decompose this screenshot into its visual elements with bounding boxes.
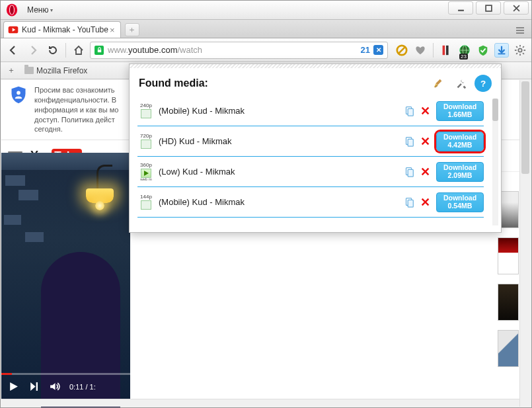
- media-row: 720p(HD) Kud - Mikmak✕Download4.42MB: [137, 126, 484, 157]
- svg-rect-10: [97, 50, 100, 52]
- quality-label: 240p: [137, 103, 155, 108]
- thumb-item[interactable]: [498, 330, 519, 367]
- window-maximize-button[interactable]: [476, 1, 501, 15]
- popup-scrollbar[interactable]: [492, 99, 498, 225]
- home-button[interactable]: [70, 42, 87, 59]
- copy-icon[interactable]: [403, 136, 415, 147]
- remove-icon[interactable]: ✕: [419, 104, 431, 118]
- media-title: (HD) Kud - Mikmak: [159, 136, 232, 146]
- next-icon[interactable]: [28, 381, 40, 393]
- lock-icon: [95, 46, 104, 55]
- tools-icon[interactable]: [452, 75, 469, 92]
- svg-point-29: [17, 91, 20, 95]
- new-tab-button[interactable]: ＋: [125, 23, 139, 36]
- globe-ext-icon[interactable]: 23: [457, 43, 472, 58]
- nav-toolbar: www.youtube.com/watch 21 ✕ 23: [1, 38, 531, 62]
- quality-badge: 240p: [137, 103, 155, 118]
- play-icon[interactable]: [8, 381, 19, 393]
- horizontal-scrollbar[interactable]: [1, 399, 519, 407]
- media-row: 240p(Mobile) Kud - Mikmak✕Download1.66MB: [137, 96, 484, 126]
- tab-panel-menu-icon[interactable]: [512, 23, 529, 38]
- quality-badge: 360pweb m: [137, 163, 155, 181]
- video-player[interactable]: 0:11 / 1:: [1, 153, 130, 399]
- thumb-item[interactable]: [498, 237, 519, 274]
- gear-ext-icon[interactable]: [513, 43, 527, 58]
- media-row: 144p(Mobile) Kud - Mikmak✕Download0.54MB: [137, 187, 484, 218]
- bookmark-ext-icon[interactable]: [439, 43, 453, 58]
- svg-line-27: [516, 53, 517, 54]
- copy-icon[interactable]: [403, 105, 415, 117]
- clear-badge-icon[interactable]: ✕: [373, 45, 383, 55]
- volume-icon[interactable]: [49, 381, 60, 393]
- svg-rect-5: [486, 5, 492, 11]
- reload-button[interactable]: [44, 42, 61, 59]
- svg-point-20: [518, 48, 521, 52]
- window-close-button[interactable]: [504, 1, 529, 15]
- svg-rect-14: [446, 45, 449, 54]
- downloader-ext-icon[interactable]: [494, 43, 509, 58]
- download-button[interactable]: Download2.09MB: [436, 162, 484, 182]
- copy-icon[interactable]: [403, 166, 415, 178]
- menu-button[interactable]: Меню: [22, 4, 58, 16]
- svg-rect-42: [408, 200, 413, 207]
- youtube-favicon-icon: [8, 24, 19, 35]
- tab-title: Kud - Mikmak - YouTube: [22, 25, 108, 34]
- svg-line-28: [523, 46, 524, 48]
- bookmark-label: Mozilla Firefox: [36, 66, 87, 75]
- popup-body: 240p(Mobile) Kud - Mikmak✕Download1.66MB…: [130, 95, 501, 232]
- media-title: (Mobile) Kud - Mikmak: [159, 106, 245, 116]
- svg-rect-8: [516, 30, 524, 31]
- vertical-scrollbar[interactable]: [519, 80, 531, 407]
- tab-close-icon[interactable]: ×: [108, 25, 116, 35]
- forward-button[interactable]: [24, 42, 42, 59]
- svg-rect-19: [498, 53, 506, 54]
- notice-line: доступ. Политика дейст: [34, 115, 118, 125]
- format-icon: [141, 169, 151, 178]
- opera-logo-icon: [5, 3, 19, 17]
- download-button[interactable]: Download4.42MB: [436, 132, 484, 151]
- back-button[interactable]: [5, 42, 22, 59]
- svg-rect-7: [516, 27, 524, 28]
- remove-icon[interactable]: ✕: [419, 134, 431, 149]
- tab-strip: Kud - Mikmak - YouTube × ＋: [1, 20, 531, 38]
- add-bookmark-button[interactable]: ＋: [5, 64, 18, 77]
- help-icon[interactable]: ?: [475, 75, 492, 92]
- copy-icon[interactable]: [403, 196, 415, 208]
- svg-line-26: [523, 53, 524, 54]
- download-button[interactable]: Download1.66MB: [436, 101, 484, 121]
- thumb-item[interactable]: [498, 284, 519, 321]
- video-time: 0:11 / 1:: [69, 383, 96, 391]
- svg-rect-4: [458, 9, 464, 11]
- remove-icon[interactable]: ✕: [419, 195, 431, 210]
- notice-line: информация и как вы мо: [34, 105, 118, 115]
- format-icon: [141, 109, 151, 118]
- bookmark-folder-mozilla[interactable]: Mozilla Firefox: [24, 66, 87, 75]
- extension-strip: 23: [395, 43, 527, 58]
- download-button[interactable]: Download0.54MB: [436, 192, 484, 212]
- quality-badge: 720p: [137, 134, 155, 149]
- downloader-popup: Found media: ? 240p(Mobile) Kud - Mikmak…: [129, 63, 502, 233]
- window-minimize-button[interactable]: [448, 1, 473, 15]
- broom-icon[interactable]: [430, 75, 447, 92]
- svg-rect-30: [36, 382, 38, 391]
- svg-rect-9: [516, 32, 524, 34]
- url-path: /watch: [178, 45, 203, 55]
- svg-point-3: [11, 6, 13, 15]
- media-title: (Low) Kud - Mikmak: [159, 167, 235, 177]
- media-row: 360pweb m(Low) Kud - Mikmak✕Download2.09…: [137, 157, 484, 187]
- adblock-icon[interactable]: [395, 43, 409, 58]
- address-bar[interactable]: www.youtube.com/watch 21 ✕: [90, 42, 388, 59]
- remove-icon[interactable]: ✕: [419, 165, 431, 179]
- tab-youtube[interactable]: Kud - Mikmak - YouTube ×: [3, 21, 121, 38]
- popup-title: Found media:: [139, 77, 208, 89]
- notice-line: сегодня.: [34, 124, 118, 134]
- menu-label: Меню: [27, 5, 48, 15]
- shield-ext-icon[interactable]: [476, 43, 490, 58]
- svg-rect-36: [408, 108, 413, 116]
- privacy-shield-icon: [9, 85, 28, 104]
- svg-line-12: [399, 46, 406, 54]
- notice-line: Просим вас ознакомить: [34, 85, 118, 95]
- heart-icon[interactable]: [413, 43, 428, 58]
- lamp-icon: [86, 188, 114, 203]
- calendar-badge: 23: [459, 54, 468, 60]
